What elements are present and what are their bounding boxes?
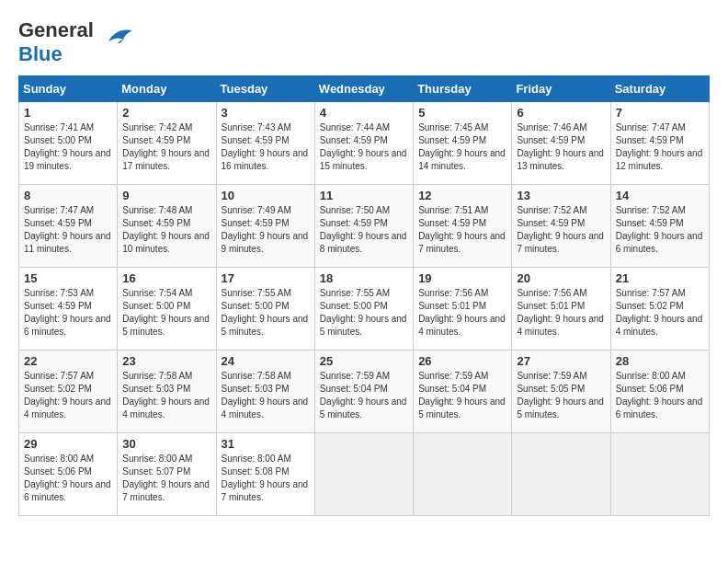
- day-info: Sunrise: 7:45 AM Sunset: 4:59 PM Dayligh…: [418, 121, 506, 173]
- day-info: Sunrise: 8:00 AM Sunset: 5:06 PM Dayligh…: [616, 370, 704, 421]
- day-info: Sunrise: 7:58 AM Sunset: 5:03 PM Dayligh…: [222, 370, 310, 421]
- calendar-cell: 5 Sunrise: 7:45 AM Sunset: 4:59 PM Dayli…: [414, 102, 512, 185]
- day-number: 4: [320, 106, 408, 120]
- day-number: 17: [222, 271, 310, 285]
- day-info: Sunrise: 7:55 AM Sunset: 5:00 PM Dayligh…: [320, 287, 408, 339]
- calendar-cell: 3 Sunrise: 7:43 AM Sunset: 4:59 PM Dayli…: [216, 102, 314, 185]
- day-info: Sunrise: 7:53 AM Sunset: 4:59 PM Dayligh…: [24, 287, 112, 339]
- day-info: Sunrise: 7:51 AM Sunset: 4:59 PM Dayligh…: [418, 204, 506, 256]
- calendar-cell: 24 Sunrise: 7:58 AM Sunset: 5:03 PM Dayl…: [216, 350, 314, 433]
- day-number: 25: [320, 354, 408, 368]
- weekday-header-saturday: Saturday: [610, 76, 709, 102]
- day-info: Sunrise: 7:46 AM Sunset: 4:59 PM Dayligh…: [517, 121, 605, 173]
- day-number: 14: [616, 189, 704, 202]
- calendar-cell: 7 Sunrise: 7:47 AM Sunset: 4:59 PM Dayli…: [610, 102, 709, 185]
- day-number: 24: [222, 354, 310, 368]
- weekday-header-thursday: Thursday: [414, 76, 512, 102]
- day-number: 20: [517, 271, 605, 285]
- weekday-header-sunday: Sunday: [19, 76, 118, 102]
- day-number: 3: [222, 106, 310, 120]
- calendar-cell: [610, 433, 709, 516]
- calendar-cell: 14 Sunrise: 7:52 AM Sunset: 4:59 PM Dayl…: [610, 185, 709, 268]
- calendar-cell: 17 Sunrise: 7:55 AM Sunset: 5:00 PM Dayl…: [216, 268, 314, 350]
- calendar-table: SundayMondayTuesdayWednesdayThursdayFrid…: [18, 75, 710, 516]
- logo-text: General Blue: [18, 18, 94, 66]
- calendar-cell: 10 Sunrise: 7:49 AM Sunset: 4:59 PM Dayl…: [216, 185, 314, 268]
- day-number: 16: [122, 271, 210, 285]
- day-number: 18: [320, 271, 408, 285]
- day-info: Sunrise: 7:56 AM Sunset: 5:01 PM Dayligh…: [517, 287, 605, 339]
- day-info: Sunrise: 7:52 AM Sunset: 4:59 PM Dayligh…: [616, 204, 704, 256]
- day-number: 23: [122, 354, 210, 368]
- weekday-header-wednesday: Wednesday: [314, 76, 413, 102]
- day-info: Sunrise: 7:47 AM Sunset: 4:59 PM Dayligh…: [616, 121, 704, 173]
- calendar-cell: 2 Sunrise: 7:42 AM Sunset: 4:59 PM Dayli…: [118, 102, 216, 185]
- day-number: 8: [24, 189, 112, 202]
- calendar-cell: 23 Sunrise: 7:58 AM Sunset: 5:03 PM Dayl…: [118, 350, 216, 433]
- day-number: 27: [517, 354, 605, 368]
- day-info: Sunrise: 8:00 AM Sunset: 5:06 PM Dayligh…: [24, 453, 112, 504]
- calendar-week-3: 15 Sunrise: 7:53 AM Sunset: 4:59 PM Dayl…: [19, 268, 710, 350]
- calendar-cell: 29 Sunrise: 8:00 AM Sunset: 5:06 PM Dayl…: [19, 433, 118, 516]
- day-info: Sunrise: 8:00 AM Sunset: 5:07 PM Dayligh…: [122, 453, 210, 504]
- day-number: 22: [24, 354, 112, 368]
- day-number: 6: [517, 106, 605, 120]
- day-info: Sunrise: 7:57 AM Sunset: 5:02 PM Dayligh…: [24, 370, 112, 421]
- calendar-cell: 15 Sunrise: 7:53 AM Sunset: 4:59 PM Dayl…: [19, 268, 118, 350]
- calendar-week-5: 29 Sunrise: 8:00 AM Sunset: 5:06 PM Dayl…: [19, 433, 710, 516]
- logo-bird-icon: [99, 23, 132, 49]
- day-number: 7: [616, 106, 704, 120]
- day-number: 2: [122, 106, 210, 120]
- calendar-cell: 18 Sunrise: 7:55 AM Sunset: 5:00 PM Dayl…: [314, 268, 413, 350]
- day-number: 31: [222, 437, 310, 451]
- calendar-week-4: 22 Sunrise: 7:57 AM Sunset: 5:02 PM Dayl…: [19, 350, 710, 433]
- calendar-cell: 27 Sunrise: 7:59 AM Sunset: 5:05 PM Dayl…: [512, 350, 610, 433]
- day-info: Sunrise: 8:00 AM Sunset: 5:08 PM Dayligh…: [222, 453, 310, 504]
- calendar-cell: [414, 433, 512, 516]
- day-info: Sunrise: 7:43 AM Sunset: 4:59 PM Dayligh…: [222, 121, 310, 173]
- day-number: 12: [418, 189, 506, 202]
- calendar-cell: 30 Sunrise: 8:00 AM Sunset: 5:07 PM Dayl…: [118, 433, 216, 516]
- day-number: 11: [320, 189, 408, 202]
- day-info: Sunrise: 7:52 AM Sunset: 4:59 PM Dayligh…: [517, 204, 605, 256]
- day-number: 19: [418, 271, 506, 285]
- calendar-week-1: 1 Sunrise: 7:41 AM Sunset: 5:00 PM Dayli…: [19, 102, 710, 185]
- calendar-cell: 6 Sunrise: 7:46 AM Sunset: 4:59 PM Dayli…: [512, 102, 610, 185]
- calendar-week-2: 8 Sunrise: 7:47 AM Sunset: 4:59 PM Dayli…: [19, 185, 710, 268]
- page-header: General Blue: [18, 18, 710, 66]
- calendar-cell: 22 Sunrise: 7:57 AM Sunset: 5:02 PM Dayl…: [19, 350, 118, 433]
- day-info: Sunrise: 7:47 AM Sunset: 4:59 PM Dayligh…: [24, 204, 112, 256]
- day-info: Sunrise: 7:57 AM Sunset: 5:02 PM Dayligh…: [616, 287, 704, 339]
- calendar-cell: 28 Sunrise: 8:00 AM Sunset: 5:06 PM Dayl…: [610, 350, 709, 433]
- calendar-cell: 9 Sunrise: 7:48 AM Sunset: 4:59 PM Dayli…: [118, 185, 216, 268]
- day-number: 5: [418, 106, 506, 120]
- calendar-cell: 13 Sunrise: 7:52 AM Sunset: 4:59 PM Dayl…: [512, 185, 610, 268]
- day-number: 9: [122, 189, 210, 202]
- calendar-cell: 31 Sunrise: 8:00 AM Sunset: 5:08 PM Dayl…: [216, 433, 314, 516]
- day-info: Sunrise: 7:58 AM Sunset: 5:03 PM Dayligh…: [122, 370, 210, 421]
- calendar-cell: 20 Sunrise: 7:56 AM Sunset: 5:01 PM Dayl…: [512, 268, 610, 350]
- weekday-header-tuesday: Tuesday: [216, 76, 314, 102]
- logo: General Blue: [18, 18, 132, 66]
- day-number: 21: [616, 271, 704, 285]
- day-info: Sunrise: 7:49 AM Sunset: 4:59 PM Dayligh…: [222, 204, 310, 256]
- day-number: 10: [222, 189, 310, 202]
- calendar-cell: 26 Sunrise: 7:59 AM Sunset: 5:04 PM Dayl…: [414, 350, 512, 433]
- day-info: Sunrise: 7:41 AM Sunset: 5:00 PM Dayligh…: [24, 121, 112, 173]
- calendar-cell: 1 Sunrise: 7:41 AM Sunset: 5:00 PM Dayli…: [19, 102, 118, 185]
- day-number: 30: [122, 437, 210, 451]
- calendar-cell: 12 Sunrise: 7:51 AM Sunset: 4:59 PM Dayl…: [414, 185, 512, 268]
- weekday-header-monday: Monday: [118, 76, 216, 102]
- day-number: 1: [24, 106, 112, 120]
- day-info: Sunrise: 7:59 AM Sunset: 5:04 PM Dayligh…: [320, 370, 408, 421]
- day-info: Sunrise: 7:59 AM Sunset: 5:05 PM Dayligh…: [517, 370, 605, 421]
- day-number: 15: [24, 271, 112, 285]
- day-number: 13: [517, 189, 605, 202]
- day-info: Sunrise: 7:55 AM Sunset: 5:00 PM Dayligh…: [222, 287, 310, 339]
- day-info: Sunrise: 7:50 AM Sunset: 4:59 PM Dayligh…: [320, 204, 408, 256]
- weekday-header-friday: Friday: [512, 76, 610, 102]
- day-info: Sunrise: 7:42 AM Sunset: 4:59 PM Dayligh…: [122, 121, 210, 173]
- calendar-cell: [314, 433, 413, 516]
- calendar-cell: 21 Sunrise: 7:57 AM Sunset: 5:02 PM Dayl…: [610, 268, 709, 350]
- calendar-cell: 4 Sunrise: 7:44 AM Sunset: 4:59 PM Dayli…: [314, 102, 413, 185]
